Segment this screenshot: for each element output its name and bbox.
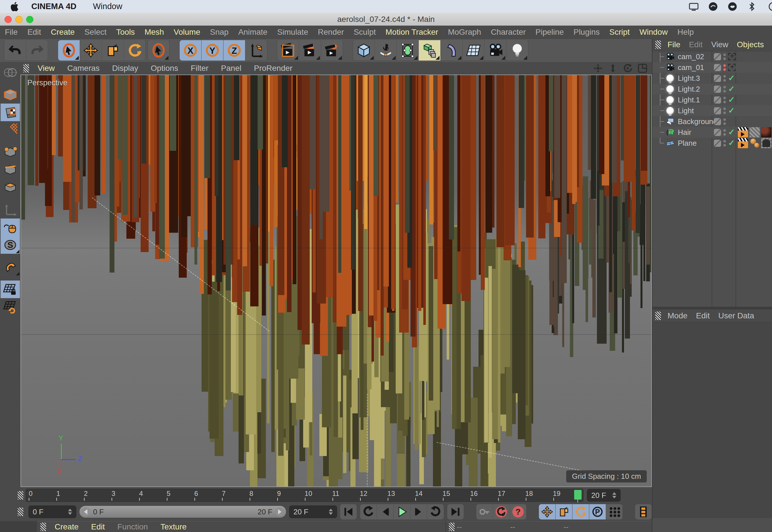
panel-grip[interactable] xyxy=(655,40,661,49)
panel-grip[interactable] xyxy=(18,508,23,516)
enabled-check-icon[interactable]: ✓ xyxy=(728,139,735,147)
object-row-light1[interactable]: Light.1 ✓ xyxy=(652,94,772,105)
lock-x-axis-button[interactable]: X xyxy=(180,40,201,61)
app-circle-icon[interactable] xyxy=(708,2,718,11)
object-row-cam01[interactable]: cam_01 xyxy=(652,62,772,73)
close-window-button[interactable] xyxy=(5,16,12,23)
material-menu-texture[interactable]: Texture xyxy=(154,522,193,531)
magnet-button[interactable] xyxy=(1,258,20,276)
phong-tag-icon[interactable] xyxy=(750,138,760,148)
viewport-menu-filter[interactable]: Filter xyxy=(184,64,215,73)
object-name[interactable]: Plane xyxy=(678,139,697,148)
app-menu-item-script[interactable]: Script xyxy=(605,28,635,37)
keyframe-selection-button[interactable] xyxy=(606,504,623,519)
am-menu-user-data[interactable]: User Data xyxy=(714,311,758,320)
app-menu-item-animate[interactable]: Animate xyxy=(233,28,272,37)
record-parameter-button[interactable]: P xyxy=(589,504,606,519)
make-editable-button[interactable] xyxy=(1,64,20,81)
hair-material-tag-icon[interactable] xyxy=(750,127,760,137)
panel-grip[interactable] xyxy=(449,523,455,531)
compositing-tag-icon[interactable] xyxy=(738,127,748,137)
enabled-check-icon[interactable]: ✓ xyxy=(728,74,735,82)
lock-y-axis-button[interactable]: Y xyxy=(201,40,223,61)
enabled-check-icon[interactable]: ✓ xyxy=(728,85,735,93)
visibility-dots-red[interactable] xyxy=(723,64,726,71)
panel-grip[interactable] xyxy=(23,64,29,73)
app-menu-item-file[interactable]: File xyxy=(0,28,22,37)
spinner-arrows-icon[interactable] xyxy=(324,509,333,515)
app-menu-item-motion-tracker[interactable]: Motion Tracker xyxy=(380,28,443,37)
camera-button[interactable] xyxy=(485,40,507,61)
object-name[interactable]: Light.1 xyxy=(678,96,700,104)
object-name[interactable]: Hair xyxy=(678,128,691,137)
object-row-light3[interactable]: Light.3 ✓ xyxy=(652,73,772,84)
deformers-button[interactable] xyxy=(441,40,463,61)
am-menu-mode[interactable]: Mode xyxy=(663,311,692,320)
visibility-dots[interactable] xyxy=(723,75,726,82)
am-menu-edit[interactable]: Edit xyxy=(692,311,714,320)
rotate-view-icon[interactable] xyxy=(623,63,633,73)
visibility-dots[interactable] xyxy=(723,97,726,103)
object-row-cam02[interactable]: cam_02 xyxy=(652,51,772,62)
generators-button[interactable] xyxy=(397,40,419,61)
app-menu-item-edit[interactable]: Edit xyxy=(22,28,46,37)
motion-system-button[interactable] xyxy=(635,504,652,520)
toggle-view-layout-icon[interactable] xyxy=(638,63,647,73)
object-name[interactable]: Background xyxy=(678,117,717,126)
record-position-button[interactable] xyxy=(539,504,556,519)
spinner-arrows-icon[interactable] xyxy=(608,492,616,498)
record-keyframe-button[interactable] xyxy=(476,504,493,519)
play-button[interactable] xyxy=(394,504,411,519)
live-selection-tool[interactable] xyxy=(58,40,80,61)
layer-toggle[interactable] xyxy=(714,129,721,136)
visibility-dots[interactable] xyxy=(723,129,726,136)
workplane-mode-button[interactable] xyxy=(1,121,20,139)
app-menu-item-snap[interactable]: Snap xyxy=(205,28,233,37)
panel-grip[interactable] xyxy=(655,312,661,320)
record-scale-button[interactable] xyxy=(556,504,573,519)
object-name[interactable]: cam_02 xyxy=(678,52,704,61)
viewport-menu-display[interactable]: Display xyxy=(106,64,145,73)
undo-button[interactable] xyxy=(4,40,26,61)
minimize-window-button[interactable] xyxy=(15,16,22,23)
zoom-view-icon[interactable] xyxy=(608,63,618,73)
screen-mirroring-icon[interactable] xyxy=(689,2,699,11)
go-to-next-key-button[interactable] xyxy=(427,504,444,519)
coordinate-system-button[interactable] xyxy=(245,40,267,61)
go-to-previous-key-button[interactable] xyxy=(360,504,377,519)
app-menu-item-select[interactable]: Select xyxy=(79,28,111,37)
visibility-dots[interactable] xyxy=(723,53,726,60)
edges-mode-button[interactable] xyxy=(1,161,20,179)
enabled-check-icon[interactable]: ✓ xyxy=(728,96,735,104)
app-menu-item-volume[interactable]: Volume xyxy=(169,28,205,37)
material-tag-icon[interactable] xyxy=(761,127,771,137)
end-frame-field[interactable]: 20 F xyxy=(587,489,621,502)
viewport-canvas[interactable]: Perspective Grid Spacing : 10 cm Y Z X xyxy=(20,75,652,487)
app-menu-item-mesh[interactable]: Mesh xyxy=(140,28,169,37)
record-help-button[interactable]: ? xyxy=(510,504,526,519)
light-button[interactable] xyxy=(507,40,528,61)
clipped-status-icon[interactable] xyxy=(766,2,772,11)
app-menu-item-create[interactable]: Create xyxy=(46,28,79,37)
viewport-menu-panel[interactable]: Panel xyxy=(215,64,248,73)
go-to-start-button[interactable] xyxy=(340,504,357,520)
viewport-menu-prorender[interactable]: ProRender xyxy=(248,64,298,73)
polygons-mode-button[interactable] xyxy=(1,179,20,196)
layer-toggle[interactable] xyxy=(714,107,721,114)
object-name[interactable]: Light.2 xyxy=(678,85,700,94)
object-name[interactable]: cam_01 xyxy=(678,63,704,72)
go-to-end-button[interactable] xyxy=(447,504,464,520)
timeline-playhead[interactable] xyxy=(574,490,582,500)
pan-view-icon[interactable] xyxy=(593,63,603,73)
om-menu-file[interactable]: File xyxy=(663,40,685,49)
enabled-check-icon[interactable]: ✓ xyxy=(728,128,735,136)
go-to-previous-frame-button[interactable] xyxy=(377,504,394,519)
app-menu-item-sculpt[interactable]: Sculpt xyxy=(349,28,380,37)
go-to-next-frame-button[interactable] xyxy=(411,504,427,519)
render-view-button[interactable] xyxy=(277,40,299,61)
material-menu-function[interactable]: Function xyxy=(111,522,154,531)
texture-mode-button[interactable] xyxy=(1,104,20,121)
add-cube-button[interactable] xyxy=(353,40,375,61)
redo-button[interactable] xyxy=(26,40,48,61)
app-menu-item-help[interactable]: Help xyxy=(673,28,699,37)
